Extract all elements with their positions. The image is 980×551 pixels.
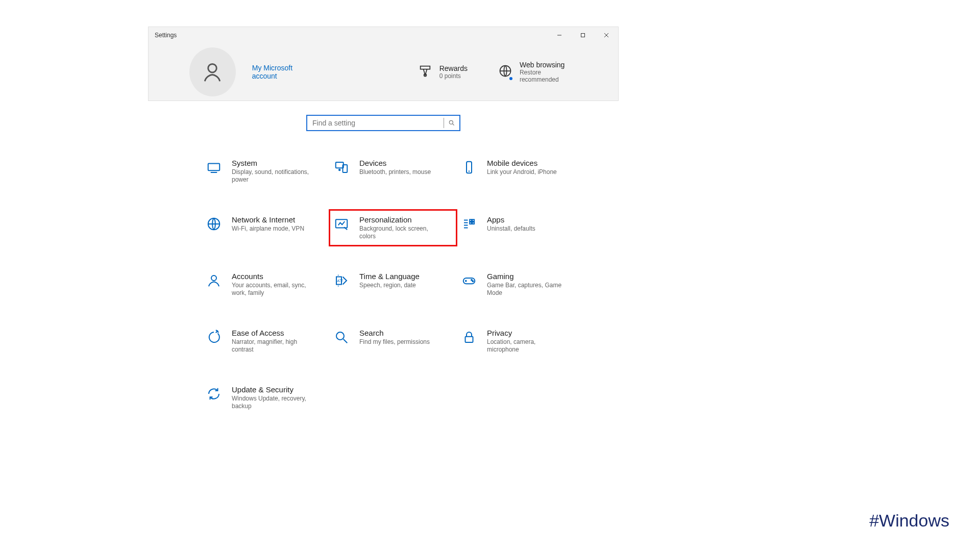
categories-grid: SystemDisplay, sound, notifications, pow…	[204, 156, 582, 413]
privacy-icon	[460, 329, 478, 346]
category-desc: Uninstall, defaults	[487, 225, 535, 233]
accounts-icon	[205, 272, 223, 289]
category-personalization[interactable]: PersonalizationBackground, lock screen, …	[332, 212, 454, 243]
mobile-icon	[460, 159, 478, 176]
category-title: Update & Security	[232, 385, 313, 394]
category-accounts[interactable]: AccountsYour accounts, email, sync, work…	[204, 269, 327, 300]
svg-rect-1	[581, 34, 585, 37]
rewards-tile[interactable]: Rewards 0 points	[418, 64, 468, 80]
system-icon	[205, 159, 223, 176]
category-title: Accounts	[232, 272, 313, 281]
settings-window: Settings My Microsoft account Rewards 0 …	[148, 27, 619, 101]
category-gaming[interactable]: GamingGame Bar, captures, Game Mode	[459, 269, 582, 300]
category-time[interactable]: A字Time & LanguageSpeech, region, date	[332, 269, 454, 300]
account-link[interactable]: My Microsoft account	[252, 64, 316, 80]
personalization-icon	[333, 215, 350, 233]
close-button[interactable]	[595, 27, 618, 43]
category-desc: Wi-Fi, airplane mode, VPN	[232, 225, 304, 233]
globe-icon	[498, 64, 512, 80]
ease-icon	[205, 329, 223, 346]
header-area: My Microsoft account Rewards 0 points We…	[149, 43, 618, 101]
devices-icon	[333, 159, 350, 176]
category-title: Personalization	[359, 215, 441, 224]
web-sub: Restore recommended	[520, 69, 577, 83]
time-icon: A字	[333, 272, 350, 289]
svg-point-7	[449, 120, 453, 124]
gaming-icon	[460, 272, 478, 289]
category-update[interactable]: Update & SecurityWindows Update, recover…	[204, 382, 327, 413]
window-controls	[548, 27, 618, 43]
window-title: Settings	[154, 32, 177, 39]
category-network[interactable]: Network & InternetWi-Fi, airplane mode, …	[204, 212, 327, 243]
svg-rect-24	[470, 222, 472, 224]
category-search[interactable]: SearchFind my files, permissions	[332, 325, 454, 357]
category-title: Network & Internet	[232, 215, 304, 224]
category-title: Ease of Access	[232, 329, 313, 337]
svg-rect-36	[465, 337, 473, 342]
search-icon[interactable]	[444, 119, 459, 127]
category-desc: Background, lock screen, colors	[359, 225, 441, 240]
titlebar: Settings	[149, 27, 618, 43]
category-devices[interactable]: DevicesBluetooth, printers, mouse	[332, 156, 454, 187]
category-title: Time & Language	[359, 272, 420, 281]
category-title: Privacy	[487, 329, 569, 337]
category-desc: Windows Update, recovery, backup	[232, 395, 313, 410]
category-apps[interactable]: AppsUninstall, defaults	[459, 212, 582, 243]
search-input[interactable]	[307, 119, 444, 127]
apps-icon	[460, 215, 478, 233]
category-ease[interactable]: Ease of AccessNarrator, magnifier, high …	[204, 325, 327, 357]
category-title: Gaming	[487, 272, 569, 281]
user-avatar-icon[interactable]	[189, 47, 236, 96]
web-browsing-tile[interactable]: Web browsing Restore recommended	[498, 61, 577, 83]
category-desc: Bluetooth, printers, mouse	[359, 168, 431, 176]
category-desc: Find my files, permissions	[359, 338, 430, 346]
svg-rect-23	[472, 219, 474, 221]
update-icon	[205, 385, 223, 403]
svg-line-35	[344, 339, 348, 343]
maximize-button[interactable]	[571, 27, 595, 43]
svg-point-33	[473, 281, 474, 282]
svg-rect-22	[470, 219, 472, 221]
category-desc: Location, camera, microphone	[487, 338, 569, 354]
minimize-button[interactable]	[548, 27, 571, 43]
category-system[interactable]: SystemDisplay, sound, notifications, pow…	[204, 156, 327, 187]
category-title: Search	[359, 329, 430, 337]
category-desc: Your accounts, email, sync, work, family	[232, 282, 313, 297]
hashtag-text: #Windows	[869, 511, 949, 531]
svg-rect-9	[208, 164, 220, 171]
category-title: System	[232, 159, 313, 167]
search-icon	[333, 329, 350, 346]
category-desc: Display, sound, notifications, power	[232, 168, 313, 184]
category-desc: Narrator, magnifier, high contrast	[232, 338, 313, 354]
svg-line-8	[453, 124, 454, 126]
svg-rect-25	[472, 222, 474, 224]
search-box[interactable]	[306, 115, 460, 131]
network-icon	[205, 215, 223, 233]
rewards-sub: 0 points	[439, 72, 468, 80]
category-privacy[interactable]: PrivacyLocation, camera, microphone	[459, 325, 582, 357]
web-title: Web browsing	[520, 61, 577, 69]
category-mobile[interactable]: Mobile devicesLink your Android, iPhone	[459, 156, 582, 187]
svg-point-34	[336, 332, 344, 340]
svg-point-26	[211, 276, 216, 281]
category-title: Mobile devices	[487, 159, 557, 167]
category-desc: Speech, region, date	[359, 282, 420, 289]
rewards-icon	[418, 64, 432, 80]
svg-point-4	[208, 64, 217, 72]
category-desc: Game Bar, captures, Game Mode	[487, 282, 569, 297]
svg-text:A字: A字	[337, 279, 344, 283]
category-title: Devices	[359, 159, 431, 167]
category-desc: Link your Android, iPhone	[487, 168, 557, 176]
svg-point-32	[471, 280, 472, 281]
category-title: Apps	[487, 215, 535, 224]
svg-point-13	[339, 169, 340, 171]
rewards-title: Rewards	[439, 64, 468, 72]
